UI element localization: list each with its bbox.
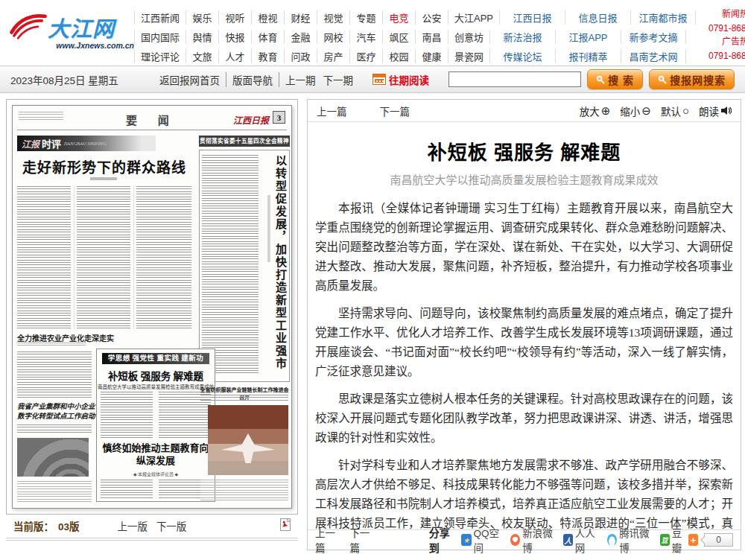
share-link-label: 新浪微博 [522, 525, 555, 555]
nav-paper-link[interactable]: 传媒论坛 [489, 49, 555, 63]
article-header-bar: 上一篇 下一篇 放大 ⊕ 缩小 ⊖ 默认 ○ [308, 100, 741, 122]
main-area: 要 闻 江西日报 3 江报 时评 JIANGBAO SHIPING 走好新形势下… [0, 99, 745, 555]
ad-hotline-label: 广告热线 [696, 35, 745, 49]
share-link[interactable]: 豆瓣 [660, 525, 688, 555]
article-paragraph: 针对学科专业和人才培养聚焦地方发展需求不够准、政产学研用融合不够深、高层次人才供… [315, 456, 733, 531]
thumb-headline-vertical: 以转型促发展，加快打造新型工业强市 [273, 155, 288, 378]
nav-link[interactable]: 问政 [284, 49, 317, 63]
nav-link[interactable]: 房产 [317, 49, 349, 63]
site-name: 大江网 [48, 19, 115, 40]
share-link[interactable]: 腾讯微博 [607, 525, 653, 555]
thumb-theme-banner: 学思想 强党性 重实践 建新功 [102, 353, 209, 364]
nav-link[interactable]: 视觉 [317, 10, 349, 25]
share-link[interactable]: 新浪微博 [510, 525, 556, 555]
prev-article-link[interactable]: 上一篇 [317, 104, 347, 118]
thumb-oped-english: JIANGBAO SHIPING [63, 141, 107, 146]
thumb-subhead-article: 南昌航空大学以推动高质量发展检验主题教育成果成效 [98, 383, 214, 390]
pdf-icon [280, 518, 291, 531]
column-rule [74, 186, 74, 329]
renren-icon [563, 534, 573, 546]
site-search-button[interactable]: 搜报网搜索 [649, 69, 735, 89]
thumb-oped-brand: 江报 [22, 137, 39, 150]
prev-issue-link[interactable]: 上一期 [285, 72, 316, 87]
pdf-download-link[interactable] [280, 518, 291, 533]
article-body: 本报讯（全媒体记者钟珊珊 实习生丁红梅）主题教育开展以来，南昌航空大学重点围绕党… [315, 199, 733, 531]
nav-link[interactable]: 飒区 [382, 30, 415, 44]
back-home-link[interactable]: 返回报网首页 [159, 72, 226, 87]
page-thumbnail[interactable]: 要 闻 江西日报 3 江报 时评 JIANGBAO SHIPING 走好新形势下… [12, 105, 292, 509]
nav-link[interactable]: 校园 [382, 49, 415, 63]
zoom-out-button[interactable]: 缩小 ⊖ [620, 104, 651, 118]
nav-link[interactable]: 网校 [317, 30, 349, 44]
default-size-button[interactable]: 默认 ○ [661, 104, 689, 118]
nav-paper-link[interactable]: 江西日报 [499, 10, 565, 25]
nav-paper-link[interactable]: 昌南艺术网 [621, 49, 686, 63]
search-zone: 搜 索 搜报网搜索 [448, 69, 735, 89]
nav-link[interactable]: 橙视 [251, 10, 284, 25]
nav-link[interactable]: 理论评论 [134, 49, 186, 63]
nav-link[interactable]: 金融 [284, 30, 317, 44]
nav-link[interactable]: 南昌 [415, 30, 448, 44]
thumb-rule [17, 130, 287, 130]
prev-article-link[interactable]: 上一篇 [315, 525, 340, 555]
nav-link[interactable]: 健康 [415, 49, 448, 63]
nav-link[interactable]: 快报 [218, 30, 251, 44]
nav-link[interactable]: 体育 [251, 30, 284, 44]
hotline-block: 新闻热线 0791-86849275 广告热线 0791-86847125 [696, 6, 745, 63]
site-url: www.Jxnews.com.cn [9, 41, 134, 50]
fake-text [101, 392, 153, 438]
next-article-link[interactable]: 下一篇 [349, 525, 375, 555]
nav-link[interactable]: 景瓷网 [448, 49, 489, 63]
search-input[interactable] [448, 71, 581, 87]
share-link-label: 腾讯微博 [619, 525, 652, 555]
prev-page-link[interactable]: 上一版 [118, 521, 148, 532]
thumb-banner-right: 贯彻落实省委十五届四次全会精神 [199, 136, 290, 147]
nav-link[interactable]: 电竞 [382, 10, 415, 25]
article-title: 补短板 强服务 解难题 [315, 137, 733, 165]
layout-nav-link[interactable]: 版面导航 [232, 72, 279, 87]
nav-link[interactable]: 人才 [218, 49, 251, 63]
share-link[interactable]: QQ空间 [461, 525, 503, 555]
nav-link[interactable]: 医疗 [349, 49, 382, 63]
default-size-label: 默认 [661, 104, 681, 118]
nav-link[interactable]: 专题 [349, 10, 382, 25]
nav-paper-link[interactable]: 新参考文摘 [621, 30, 686, 44]
read-aloud-button[interactable]: 朗读 [699, 104, 732, 118]
next-page-link[interactable]: 下一版 [156, 521, 187, 532]
nav-paper-link[interactable]: 江南都市报 [630, 10, 696, 25]
nav-link[interactable]: 文旅 [186, 49, 218, 63]
nav-paper-link[interactable]: 信息日报 [565, 10, 630, 25]
nav-link[interactable]: 创意坊 [448, 30, 489, 44]
zoom-in-label: 放大 [580, 104, 600, 118]
nav-link[interactable]: 娱乐 [186, 10, 218, 25]
nav-link[interactable]: 国内国际 [134, 30, 186, 44]
nav-link[interactable]: 教育 [251, 49, 284, 63]
site-logo[interactable]: 大江网 www.Jxnews.com.cn [9, 6, 134, 50]
nav-paper-link[interactable]: 新法治报 [489, 30, 555, 44]
share-link[interactable]: 人人网 [563, 525, 600, 555]
zoom-in-button[interactable]: 放大 ⊕ [580, 104, 611, 118]
next-article-link[interactable]: 下一篇 [380, 104, 410, 118]
search-button[interactable]: 搜 索 [587, 69, 643, 89]
nav-link[interactable]: 视听 [218, 10, 251, 25]
nav-link[interactable]: 舆情 [186, 30, 218, 44]
nav-link[interactable]: 汽车 [349, 30, 382, 44]
thumb-oped-brand2: 时评 [42, 136, 61, 150]
share-to-label: 分享到 [429, 525, 456, 555]
nav-link[interactable]: 大江APP [448, 10, 499, 25]
nav-link[interactable]: 江西新闻 [134, 10, 186, 25]
share-link-label: 人人网 [575, 525, 600, 555]
more-share-icon[interactable] [688, 534, 699, 546]
divider [6, 538, 298, 538]
article-subtitle: 南昌航空大学以推动高质量发展检验主题教育成果成效 [315, 171, 733, 187]
thumb-byline-mid2: ◆ 本报全媒体评论员 ◆ [101, 471, 211, 477]
nav-link[interactable]: 财经 [284, 10, 317, 25]
nav-paper-link[interactable]: 江报APP [555, 30, 621, 44]
thumb-headline-mid2: 慎终如始推动主题教育向纵深发展 [101, 442, 211, 468]
fake-text [200, 395, 288, 402]
nav-paper-link[interactable]: 报刊精萃 [555, 49, 621, 63]
nav-link[interactable]: 公安 [415, 10, 448, 25]
archive-link[interactable]: 往期阅读 [372, 72, 429, 87]
next-issue-link[interactable]: 下一期 [323, 72, 354, 87]
news-hotline-label: 新闻热线 [696, 7, 745, 22]
